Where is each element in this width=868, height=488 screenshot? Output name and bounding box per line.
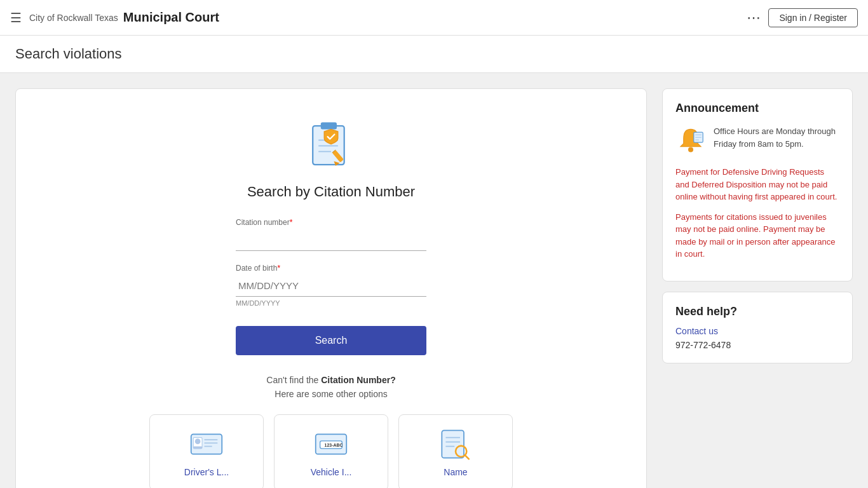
svg-point-10 bbox=[195, 438, 201, 444]
alt-cards-container: Driver's L... 123-ABC Vehicle I... bbox=[36, 414, 626, 488]
search-card: Search by Citation Number Citation numbe… bbox=[15, 88, 647, 488]
dob-form-group: Date of birth* MM/DD/YYYY bbox=[236, 264, 426, 307]
svg-rect-18 bbox=[442, 430, 464, 458]
citation-input[interactable] bbox=[236, 229, 426, 251]
citation-form-group: Citation number* bbox=[236, 218, 426, 251]
svg-text:123-ABC: 123-ABC bbox=[325, 443, 343, 447]
vehicle-icon: 123-ABC bbox=[315, 428, 348, 461]
announcement-card: Announcement Office Hours are Monday thr… bbox=[662, 88, 853, 281]
citation-icon bbox=[302, 114, 360, 172]
search-button[interactable]: Search bbox=[236, 326, 426, 355]
warning-defensive-driving: Payment for Defensive Driving Requests a… bbox=[675, 166, 839, 203]
svg-point-24 bbox=[688, 147, 693, 152]
right-panel: Announcement Office Hours are Monday thr… bbox=[662, 88, 853, 488]
app-header: ☰ City of Rockwall Texas Municipal Court… bbox=[0, 0, 868, 36]
help-title: Need help? bbox=[675, 305, 839, 318]
office-hours-icon bbox=[675, 125, 706, 156]
svg-rect-1 bbox=[321, 123, 337, 130]
org-name: City of Rockwall Texas bbox=[29, 13, 118, 23]
name-search-icon bbox=[439, 428, 472, 461]
page-title: Search violations bbox=[15, 46, 122, 62]
announcement-title: Announcement bbox=[675, 102, 839, 115]
drivers-license-label: Driver's L... bbox=[184, 467, 229, 477]
dob-input[interactable] bbox=[236, 275, 426, 297]
app-title: Municipal Court bbox=[123, 10, 219, 25]
drivers-license-icon bbox=[190, 428, 223, 461]
svg-rect-11 bbox=[193, 446, 202, 448]
signin-button[interactable]: Sign in / Register bbox=[768, 8, 858, 27]
citation-label: Citation number* bbox=[236, 218, 426, 227]
name-card[interactable]: Name bbox=[398, 414, 513, 488]
vehicle-card[interactable]: 123-ABC Vehicle I... bbox=[274, 414, 388, 488]
header-actions: ⋯ Sign in / Register bbox=[747, 8, 858, 27]
alt-options-intro: Can't find the Citation Number? Here are… bbox=[266, 373, 395, 402]
search-card-title: Search by Citation Number bbox=[247, 184, 415, 200]
dob-label: Date of birth* bbox=[236, 264, 426, 273]
dob-hint: MM/DD/YYYY bbox=[236, 299, 426, 307]
main-container: Search by Citation Number Citation numbe… bbox=[0, 73, 868, 488]
name-label: Name bbox=[444, 467, 467, 477]
warning-juveniles: Payments for citations issued to juvenil… bbox=[675, 211, 839, 261]
announcement-office: Office Hours are Monday through Friday f… bbox=[675, 125, 839, 156]
page-title-bar: Search violations bbox=[0, 36, 868, 73]
svg-line-23 bbox=[465, 455, 469, 459]
vehicle-label: Vehicle I... bbox=[311, 467, 352, 477]
card-icon-wrapper bbox=[302, 114, 360, 173]
help-phone: 972-772-6478 bbox=[675, 340, 839, 350]
help-card: Need help? Contact us 972-772-6478 bbox=[662, 292, 853, 363]
office-hours-text: Office Hours are Monday through Friday f… bbox=[714, 125, 839, 150]
grid-icon[interactable]: ⋯ bbox=[747, 10, 761, 26]
contact-us-link[interactable]: Contact us bbox=[675, 326, 839, 336]
drivers-license-card[interactable]: Driver's L... bbox=[149, 414, 264, 488]
menu-icon[interactable]: ☰ bbox=[10, 10, 22, 25]
